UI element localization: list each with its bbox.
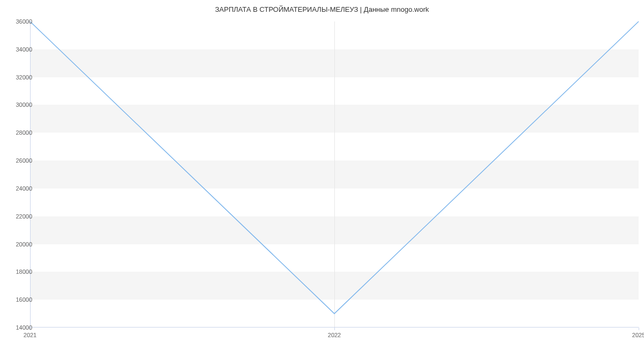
x-tick-label: 2022 xyxy=(328,332,341,338)
y-tick-label: 24000 xyxy=(16,185,32,192)
y-axis-line xyxy=(30,21,31,328)
x-axis-line xyxy=(30,327,639,328)
y-tick-label: 16000 xyxy=(16,296,32,303)
y-tick-label: 26000 xyxy=(16,157,32,164)
data-series-line xyxy=(30,21,639,314)
y-tick-label: 28000 xyxy=(16,129,32,136)
y-tick-label: 18000 xyxy=(16,268,32,275)
y-tick-label: 22000 xyxy=(16,213,32,220)
y-tick-label: 20000 xyxy=(16,241,32,248)
x-tick-label: 2021 xyxy=(24,332,36,338)
x-tick-mark xyxy=(334,328,335,330)
y-tick-label: 32000 xyxy=(16,74,32,81)
chart-title: ЗАРПЛАТА В СТРОЙМАТЕРИАЛЫ-МЕЛЕУЗ | Данны… xyxy=(0,0,644,13)
y-tick-label: 14000 xyxy=(16,324,32,331)
x-tick-label: 2025 xyxy=(632,332,644,338)
y-tick-label: 36000 xyxy=(16,18,32,25)
x-tick-mark xyxy=(639,328,639,330)
y-tick-label: 30000 xyxy=(16,101,32,108)
y-tick-label: 34000 xyxy=(16,46,32,53)
chart-plot-area: 202120222025 xyxy=(30,21,639,328)
